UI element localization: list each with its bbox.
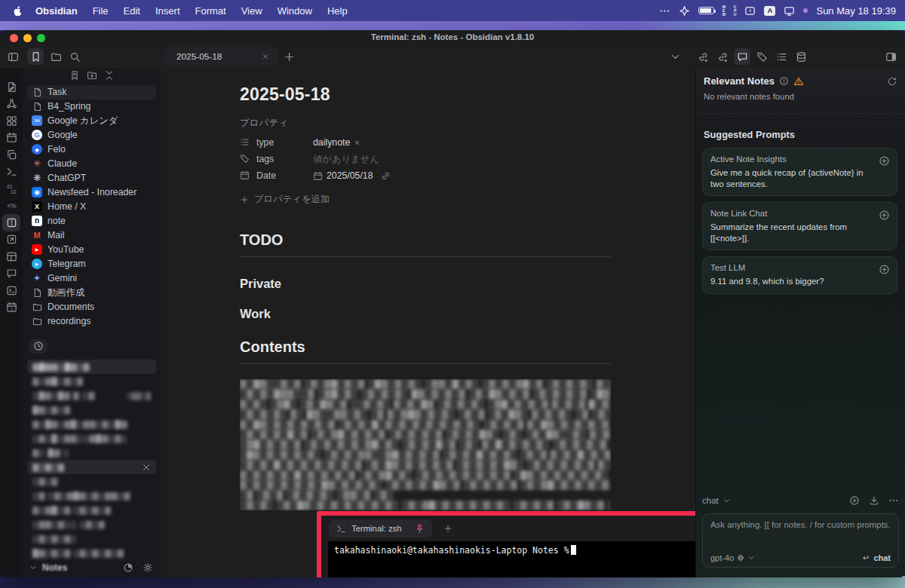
recent-file-item[interactable]: ▒▓▒▓▒▓▒ xyxy=(27,531,156,546)
more-status-icon[interactable] xyxy=(659,5,670,17)
menu-item[interactable]: Format xyxy=(188,5,234,17)
terminal-panel-icon[interactable] xyxy=(2,282,20,299)
toggle-right-sidebar-icon[interactable] xyxy=(882,48,899,65)
collapse-all-icon[interactable] xyxy=(104,70,115,81)
recent-file-item[interactable]: █▓▒▓▒▓ ▒▓▒▓▒▓▒▓ xyxy=(27,546,156,560)
prompt-card[interactable]: Note Link Chat Summarize the recent upda… xyxy=(702,202,897,250)
window-title-bar[interactable]: Terminal: zsh - Notes - Obsidian v1.8.10 xyxy=(0,30,905,45)
display-status-icon[interactable] xyxy=(784,5,795,17)
bookmark-item[interactable]: recordings xyxy=(27,314,156,329)
bookmark-item[interactable]: ▶ YouTube xyxy=(27,243,156,257)
bookmark-item[interactable]: B4_Spring xyxy=(27,100,156,114)
bookmark-item[interactable]: Documents xyxy=(27,300,156,314)
new-bookmark-group-icon[interactable] xyxy=(87,70,97,81)
recent-file-item[interactable]: ▓▒▓▒▓ xyxy=(27,460,156,474)
database-pane-icon[interactable] xyxy=(793,48,809,65)
menu-item[interactable]: Edit xyxy=(116,5,148,17)
daily-note-icon[interactable] xyxy=(2,130,20,147)
vault-switcher[interactable]: Notes xyxy=(23,560,161,577)
note-title[interactable]: 2025-05-18 xyxy=(240,84,611,105)
chat-send-button[interactable]: chat xyxy=(861,553,891,562)
property-name[interactable]: tags xyxy=(256,154,313,164)
terminal-icon[interactable] xyxy=(2,164,20,181)
property-value[interactable]: 値がありません xyxy=(313,153,383,166)
insert-prompt-icon[interactable] xyxy=(879,210,890,221)
copilot-link-alt-icon[interactable] xyxy=(714,48,731,65)
property-link-icon[interactable] xyxy=(381,171,391,181)
copilot-chat-icon[interactable] xyxy=(734,48,750,65)
menu-item[interactable]: Insert xyxy=(148,5,188,17)
templates-icon[interactable] xyxy=(2,146,20,164)
info-icon[interactable] xyxy=(779,76,789,86)
bookmark-item[interactable]: ◉ Newsfeed - Inoreader xyxy=(27,185,156,200)
new-chat-icon[interactable] xyxy=(849,495,860,506)
new-tab-icon[interactable] xyxy=(281,48,297,65)
property-row[interactable]: Date 2025/05/18 xyxy=(240,167,611,184)
input-source-icon[interactable]: A xyxy=(764,6,775,16)
property-name[interactable]: type xyxy=(256,137,313,148)
recent-file-item[interactable]: ▓█▓▓▒█▓▒▓ xyxy=(27,360,156,374)
trackpad-status-icon[interactable] xyxy=(744,5,756,17)
property-value[interactable]: 2025/05/18 xyxy=(313,170,391,181)
tags-pane-icon[interactable] xyxy=(753,48,770,65)
refresh-icon[interactable] xyxy=(887,76,897,87)
canvas-icon[interactable] xyxy=(2,112,20,130)
bookmark-item[interactable]: n note xyxy=(27,214,156,228)
plugin-dice-icon[interactable] xyxy=(2,214,20,231)
apple-menu-icon[interactable] xyxy=(12,5,23,17)
property-row[interactable]: tags 値がありません xyxy=(240,151,611,167)
new-terminal-tab-icon[interactable] xyxy=(441,522,455,535)
property-name[interactable]: Date xyxy=(256,170,313,181)
bookmark-item[interactable]: X Home / X xyxy=(27,200,156,214)
toggle-left-sidebar-icon[interactable] xyxy=(5,48,21,65)
bookmark-item[interactable]: ▸ Telegram xyxy=(27,257,156,271)
property-value[interactable]: dailynote ✕ xyxy=(313,137,360,148)
tab-options-chevron-icon[interactable] xyxy=(667,48,683,65)
bookmark-item[interactable]: ◆ Felo xyxy=(27,142,156,157)
prompt-card[interactable]: Active Note Insights Give me a quick rec… xyxy=(702,148,897,196)
chat-input-box[interactable]: gpt-4o chat xyxy=(702,513,899,568)
recent-file-item[interactable]: ▒▓▓▒▓▒▒ ▒▓▒▓ xyxy=(27,517,156,531)
menu-item[interactable]: Window xyxy=(270,5,320,17)
battery-icon[interactable] xyxy=(698,7,714,14)
comments-icon[interactable] xyxy=(2,265,20,283)
menu-item[interactable]: Obsidian xyxy=(28,5,85,17)
recent-file-item[interactable]: ▓▒▓█▒▓ ▒▓▒▓▒▓ xyxy=(27,503,156,517)
binary-icon[interactable]: 0110 xyxy=(2,180,20,198)
menu-bar-clock[interactable]: Sun May 18 19:39 xyxy=(816,5,896,17)
prompt-card[interactable]: Test LLM 9.11 and 9.8, which is bigger? xyxy=(702,256,897,294)
recent-file-item[interactable]: ▓▒ █▓ ▒ xyxy=(27,446,156,460)
bookmark-item[interactable]: ✳ Claude xyxy=(27,157,156,171)
chat-mode-selector[interactable]: chat xyxy=(702,496,731,505)
recent-file-item[interactable]: ▒▓▒▓ xyxy=(27,474,156,488)
close-tab-icon[interactable] xyxy=(259,51,272,63)
heading-private[interactable]: Private xyxy=(240,277,611,291)
search-view-icon[interactable] xyxy=(66,48,83,65)
insert-prompt-icon[interactable] xyxy=(879,155,890,167)
remove-value-icon[interactable]: ✕ xyxy=(354,139,360,147)
pin-icon[interactable] xyxy=(415,524,425,534)
bookmarks-view-icon[interactable] xyxy=(27,48,44,65)
recent-file-item[interactable]: ▒▓▒█▒▓▓▒▒▓█▓▒▓▒ xyxy=(27,431,156,446)
bookmark-item[interactable]: G Google xyxy=(27,128,156,142)
terminal-tab[interactable]: Terminal: zsh xyxy=(329,519,432,537)
outline-pane-icon[interactable] xyxy=(773,48,790,65)
graph-view-icon[interactable] xyxy=(2,96,20,113)
menu-item[interactable]: View xyxy=(234,5,270,17)
copilot-link-icon[interactable] xyxy=(695,48,711,65)
files-view-icon[interactable] xyxy=(48,48,64,65)
recent-file-item[interactable]: ▒▓ ▒▓▒▓█▓▒▓▒▓▓▒▓ xyxy=(27,488,156,503)
note-tab[interactable]: 2025-05-18 xyxy=(164,47,278,66)
heading-contents[interactable]: Contents xyxy=(240,338,611,364)
recent-file-item[interactable]: █▓▒▓▒▓ xyxy=(27,403,156,417)
new-note-icon[interactable] xyxy=(2,78,20,96)
save-chat-icon[interactable] xyxy=(869,495,879,506)
property-row[interactable]: type dailynote ✕ xyxy=(240,134,611,151)
day-planner-icon[interactable]: 1 xyxy=(2,299,20,317)
bookmark-item[interactable]: M Mail xyxy=(27,228,156,243)
pop-out-icon[interactable] xyxy=(2,231,20,249)
menu-item[interactable]: File xyxy=(85,5,116,17)
heading-todo[interactable]: TODO xyxy=(240,231,611,257)
add-property-button[interactable]: プロパティを追加 xyxy=(240,193,611,206)
recent-file-item[interactable]: ▓▒█▓▒▓█▒▓▓▒▓▒█▓ xyxy=(27,417,156,431)
